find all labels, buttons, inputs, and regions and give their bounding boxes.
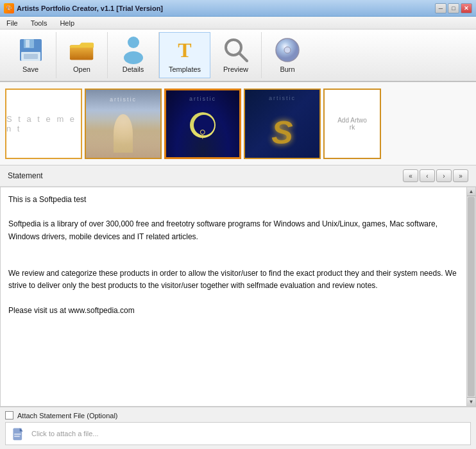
save-button[interactable]: Save: [5, 32, 56, 78]
close-button[interactable]: ✕: [461, 3, 472, 13]
statement-text[interactable]: This is a Softpedia test Softpedia is a …: [1, 187, 466, 406]
templates-button[interactable]: T Templates: [159, 32, 210, 78]
open-icon: [69, 37, 95, 63]
nav-buttons: « ‹ › »: [403, 169, 468, 182]
burn-label: Burn: [280, 65, 294, 73]
thumbnail-statement[interactable]: S t a t e m e n t: [5, 89, 82, 159]
details-button[interactable]: Details: [108, 32, 159, 78]
templates-icon: T: [172, 37, 198, 63]
svg-line-10: [239, 53, 247, 61]
attach-label: Attach Statement File (Optional): [17, 412, 118, 419]
svg-rect-4: [24, 54, 38, 59]
maximize-button[interactable]: □: [448, 3, 459, 13]
svg-point-12: [284, 47, 291, 53]
svg-point-7: [128, 37, 139, 48]
statement-thumb-label: S t a t e m e n t: [6, 114, 81, 133]
preview-icon: [223, 37, 249, 63]
svg-point-8: [124, 51, 143, 64]
scroll-down-arrow[interactable]: ▼: [467, 397, 475, 406]
attach-placeholder[interactable]: Click to attach a file...: [31, 430, 99, 437]
preview-label: Preview: [223, 65, 248, 73]
nav-label: Statement: [8, 171, 43, 180]
attach-checkbox-row: Attach Statement File (Optional): [5, 411, 471, 419]
content-area: S t a t e m e n t artistic artistic: [0, 82, 476, 449]
nav-prev-button[interactable]: ‹: [420, 169, 435, 182]
add-artwork-label: Add Artwork: [337, 117, 367, 131]
text-area-wrapper: This is a Softpedia test Softpedia is a …: [0, 187, 476, 407]
templates-label: Templates: [169, 65, 201, 73]
details-icon: [121, 37, 146, 63]
nav-row: Statement « ‹ › »: [0, 165, 476, 187]
preview-button[interactable]: Preview: [210, 32, 262, 78]
save-label: Save: [22, 65, 38, 73]
nav-next-button[interactable]: ›: [436, 169, 452, 182]
svg-rect-2: [26, 40, 30, 47]
nav-first-button[interactable]: «: [403, 169, 418, 182]
menu-tools[interactable]: Tools: [27, 18, 51, 28]
scroll-thumb[interactable]: [468, 197, 475, 396]
thumbnail-2[interactable]: artistic ♀: [164, 89, 241, 159]
attach-file-row[interactable]: Click to attach a file...: [5, 422, 471, 445]
app-icon: 🎨: [4, 3, 14, 13]
thumbnail-add-artwork[interactable]: Add Artwork: [323, 89, 381, 159]
window-controls: ─ □ ✕: [435, 3, 472, 13]
scroll-up-arrow[interactable]: ▲: [467, 187, 475, 196]
toolbar: Save Open Det: [0, 30, 476, 82]
thumbnail-strip: S t a t e m e n t artistic artistic: [0, 82, 476, 165]
minimize-button[interactable]: ─: [435, 3, 446, 13]
thumbnail-1[interactable]: artistic: [85, 89, 162, 159]
details-label: Details: [123, 65, 144, 73]
menu-bar: File Tools Help: [0, 17, 476, 30]
title-bar-left: 🎨 Artists Portfolio Creator, v1.1 [Trial…: [4, 3, 163, 13]
svg-rect-16: [14, 436, 20, 437]
save-icon: [18, 37, 44, 63]
scrollbar[interactable]: ▲ ▼: [466, 187, 475, 406]
text-section: This is a Softpedia test Softpedia is a …: [0, 187, 476, 407]
attach-file-icon: [11, 426, 26, 441]
nav-last-button[interactable]: »: [453, 169, 468, 182]
menu-help[interactable]: Help: [56, 18, 78, 28]
attach-checkbox[interactable]: [5, 411, 13, 419]
open-button[interactable]: Open: [56, 32, 108, 78]
thumbnail-3[interactable]: artistic S: [244, 89, 321, 159]
title-bar: 🎨 Artists Portfolio Creator, v1.1 [Trial…: [0, 0, 476, 17]
burn-icon: [275, 37, 300, 63]
burn-button[interactable]: Burn: [262, 32, 313, 78]
open-label: Open: [73, 65, 90, 73]
svg-rect-15: [14, 434, 21, 435]
window-title: Artists Portfolio Creator, v1.1 [Trial V…: [17, 4, 163, 12]
bottom-area: Attach Statement File (Optional) Click t…: [0, 407, 476, 449]
menu-file[interactable]: File: [3, 18, 22, 28]
